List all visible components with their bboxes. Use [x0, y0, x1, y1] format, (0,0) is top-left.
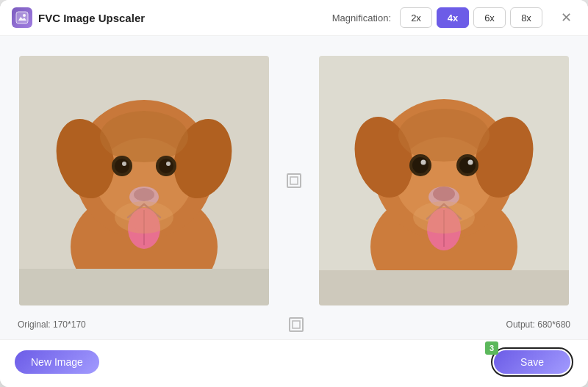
- svg-point-36: [459, 157, 476, 173]
- app-logo-icon: [15, 11, 29, 24]
- divider-icon: [287, 173, 301, 188]
- close-button[interactable]: ✕: [556, 7, 576, 28]
- svg-rect-23: [290, 177, 298, 184]
- main-window: FVC Image Upscaler Magnification: 2x 4x …: [0, 0, 588, 387]
- new-image-button[interactable]: New Image: [15, 350, 99, 374]
- svg-point-31: [398, 109, 490, 162]
- svg-rect-22: [19, 269, 269, 305]
- info-bar: Original: 170*170 Output: 680*680: [18, 313, 570, 333]
- svg-point-39: [433, 187, 455, 201]
- original-image-panel: [19, 56, 269, 305]
- title-bar: FVC Image Upscaler Magnification: 2x 4x …: [0, 0, 588, 36]
- mag-btn-6x[interactable]: 6x: [473, 7, 506, 28]
- svg-point-15: [166, 162, 171, 166]
- svg-rect-0: [16, 12, 28, 23]
- svg-point-37: [468, 159, 473, 164]
- svg-point-43: [413, 201, 475, 234]
- content-area: Original: 170*170 Output: 680*680: [0, 36, 588, 339]
- save-button[interactable]: Save: [494, 350, 570, 374]
- magnification-buttons: 2x 4x 6x 8x: [400, 7, 542, 28]
- footer: New Image 3 Save: [0, 339, 588, 387]
- mag-btn-2x[interactable]: 2x: [400, 7, 432, 28]
- svg-point-12: [122, 162, 126, 166]
- output-dog-image: [319, 56, 569, 305]
- output-size-label: Output: 680*680: [506, 319, 570, 330]
- svg-point-14: [159, 159, 173, 173]
- svg-rect-45: [293, 321, 300, 328]
- save-button-outer: Save: [491, 347, 573, 377]
- save-button-wrapper: 3 Save: [491, 347, 573, 377]
- app-logo: [12, 7, 32, 28]
- svg-point-33: [412, 157, 429, 173]
- original-size-label: Original: 170*170: [18, 319, 86, 330]
- output-image-panel: [319, 56, 569, 305]
- svg-point-1: [23, 14, 26, 17]
- divider-square-icon: [290, 176, 298, 185]
- magnification-label: Magnification:: [332, 12, 391, 23]
- center-square-svg: [292, 320, 301, 329]
- svg-rect-44: [319, 270, 569, 305]
- save-badge: 3: [485, 341, 498, 355]
- svg-point-11: [115, 159, 129, 173]
- svg-point-34: [421, 159, 426, 164]
- mag-btn-8x[interactable]: 8x: [510, 7, 542, 28]
- svg-point-21: [115, 201, 173, 234]
- app-title: FVC Image Upscaler: [38, 12, 145, 24]
- info-bar-center: [289, 317, 304, 332]
- center-square-icon: [289, 317, 304, 332]
- svg-point-17: [134, 188, 154, 201]
- images-row: [18, 48, 570, 313]
- svg-point-9: [100, 111, 188, 162]
- mag-btn-4x[interactable]: 4x: [437, 7, 469, 28]
- original-dog-image: [19, 56, 269, 305]
